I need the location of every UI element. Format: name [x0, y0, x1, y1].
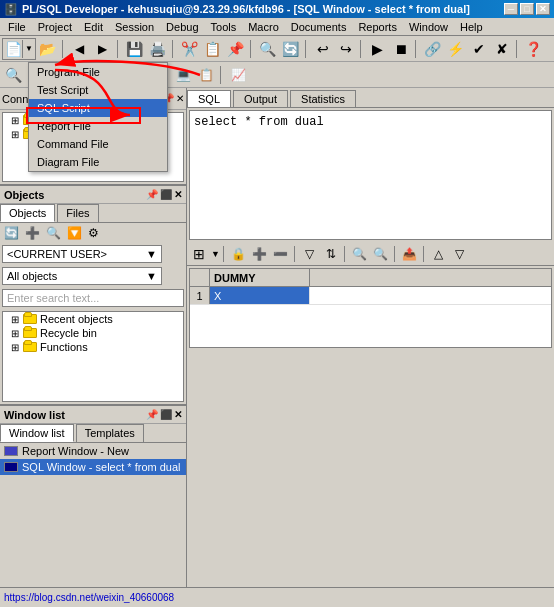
close-wl-icon[interactable]: ✕ [174, 409, 182, 420]
list-item-recent[interactable]: ⊞ Recent objects [3, 312, 183, 326]
open-button[interactable]: 📂 [37, 38, 59, 60]
tab-window-list[interactable]: Window list [0, 424, 74, 442]
folder-functions-icon [23, 342, 37, 352]
search-button[interactable]: 🔍 [257, 38, 279, 60]
commit-button[interactable]: ✔ [468, 38, 490, 60]
run-button[interactable]: ▶ [367, 38, 389, 60]
menu-edit[interactable]: Edit [78, 20, 109, 34]
menu-bar: File Project Edit Session Debug Tools Ma… [0, 18, 554, 36]
find-btn[interactable]: 🔍 [350, 244, 370, 264]
sql-text: select * from dual [194, 115, 324, 129]
stop-button[interactable]: ⏹ [390, 38, 412, 60]
tab-sql[interactable]: SQL [187, 90, 231, 107]
menu-reports[interactable]: Reports [352, 20, 403, 34]
dropdown-report-file[interactable]: Report File [29, 117, 167, 135]
grid-dropdown-icon[interactable]: ▼ [211, 249, 220, 259]
window-item-sql-label: SQL Window - select * from dual [22, 461, 181, 473]
search-obj-icon[interactable]: 🔍 [44, 225, 63, 241]
lock-btn[interactable]: 🔒 [229, 244, 249, 264]
search-field[interactable]: Enter search text... [2, 289, 184, 307]
add-row-btn[interactable]: ➕ [250, 244, 270, 264]
prev-btn[interactable]: △ [429, 244, 449, 264]
float-wl-icon[interactable]: ⬛ [160, 409, 172, 420]
cmd-window-btn[interactable]: 💻 [172, 64, 194, 86]
close-button[interactable]: ✕ [536, 3, 550, 15]
pin-objects-icon[interactable]: 📌 [146, 189, 158, 200]
paste-button[interactable]: 📌 [225, 38, 247, 60]
filter-icon[interactable]: 🔽 [65, 225, 84, 241]
close-panel-icon[interactable]: ✕ [176, 93, 184, 104]
stats-button[interactable]: 📈 [227, 64, 249, 86]
sql-sep-3 [344, 246, 347, 262]
disconnect-button[interactable]: ⚡ [445, 38, 467, 60]
back-button[interactable]: ◀ [69, 38, 91, 60]
list-item-functions[interactable]: ⊞ Functions [3, 340, 183, 354]
print-button[interactable]: 🖨️ [147, 38, 169, 60]
sql-sep-5 [423, 246, 426, 262]
minimize-button[interactable]: ─ [504, 3, 518, 15]
zoom-button[interactable]: 🔍 [2, 64, 24, 86]
refresh-icon[interactable]: 🔄 [2, 225, 21, 241]
maximize-button[interactable]: □ [520, 3, 534, 15]
list-item-recycle[interactable]: ⊞ Recycle bin [3, 326, 183, 340]
menu-macro[interactable]: Macro [242, 20, 285, 34]
dropdown-command-file[interactable]: Command File [29, 135, 167, 153]
tab-statistics[interactable]: Statistics [290, 90, 356, 107]
current-user-dropdown[interactable]: <CURRENT USER> ▼ [2, 245, 162, 263]
grid-row-1[interactable]: 1 X [190, 287, 551, 305]
sort-btn[interactable]: ⇅ [321, 244, 341, 264]
menu-documents[interactable]: Documents [285, 20, 353, 34]
dropdown-sql-script[interactable]: SQL Script [29, 99, 167, 117]
del-row-btn[interactable]: ➖ [271, 244, 291, 264]
next-btn[interactable]: ▽ [450, 244, 470, 264]
config-icon[interactable]: ⚙ [86, 225, 101, 241]
help-button[interactable]: ❓ [523, 38, 545, 60]
title-text: PL/SQL Developer - kehusuqiu@9.23.29.96/… [22, 3, 470, 15]
sql-editor[interactable]: select * from dual [189, 110, 552, 240]
toolbar-sep-4 [250, 40, 254, 58]
tab-files[interactable]: Files [57, 204, 98, 222]
close-objects-icon[interactable]: ✕ [174, 189, 182, 200]
tab-objects[interactable]: Objects [0, 204, 55, 222]
toolbar-sep-5 [305, 40, 309, 58]
dropdown-diagram-file[interactable]: Diagram File [29, 153, 167, 171]
menu-help[interactable]: Help [454, 20, 489, 34]
dropdown-test-script[interactable]: Test Script [29, 81, 167, 99]
connect-button[interactable]: 🔗 [422, 38, 444, 60]
tab-output[interactable]: Output [233, 90, 288, 107]
tab-templates[interactable]: Templates [76, 424, 144, 442]
cut-button[interactable]: ✂️ [179, 38, 201, 60]
new-file-dropdown[interactable]: 📄 ▼ [2, 38, 36, 60]
undo-button[interactable]: ↩ [312, 38, 334, 60]
objects-panel: Objects 📌 ⬛ ✕ Objects Files 🔄 ➕ 🔍 🔽 ⚙ <C… [0, 184, 186, 404]
menu-tools[interactable]: Tools [205, 20, 243, 34]
forward-button[interactable]: ▶ [92, 38, 114, 60]
replace-button[interactable]: 🔄 [280, 38, 302, 60]
pin-wl-icon[interactable]: 📌 [146, 409, 158, 420]
copy-button[interactable]: 📋 [202, 38, 224, 60]
rollback-button[interactable]: ✘ [491, 38, 513, 60]
sql-sep-2 [294, 246, 297, 262]
filter-dropdown[interactable]: All objects ▼ [2, 267, 162, 285]
toolbar-sep-6 [360, 40, 364, 58]
objects-panel-header: Objects 📌 ⬛ ✕ [0, 186, 186, 204]
save-button[interactable]: 💾 [124, 38, 146, 60]
menu-window[interactable]: Window [403, 20, 454, 34]
window-item-sql[interactable]: SQL Window - select * from dual [0, 459, 186, 475]
menu-debug[interactable]: Debug [160, 20, 204, 34]
menu-file[interactable]: File [2, 20, 32, 34]
float-icon[interactable]: ⬛ [160, 189, 172, 200]
cell-1-1[interactable]: X [210, 287, 310, 304]
find2-btn[interactable]: 🔍 [371, 244, 391, 264]
grid-view-btn[interactable]: ⊞ [189, 244, 209, 264]
redo-button[interactable]: ↪ [335, 38, 357, 60]
report-window-btn[interactable]: 📋 [195, 64, 217, 86]
menu-session[interactable]: Session [109, 20, 160, 34]
add-icon[interactable]: ➕ [23, 225, 42, 241]
export-btn[interactable]: 📤 [400, 244, 420, 264]
menu-project[interactable]: Project [32, 20, 78, 34]
dropdown-program-file[interactable]: Program File [29, 63, 167, 81]
window-item-report[interactable]: Report Window - New [0, 443, 186, 459]
filter-btn[interactable]: ▽ [300, 244, 320, 264]
search-placeholder: Enter search text... [7, 292, 99, 304]
